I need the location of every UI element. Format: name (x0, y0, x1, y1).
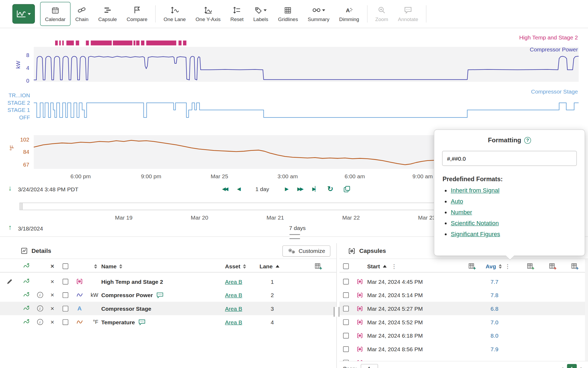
page-input[interactable] (361, 364, 378, 368)
toolbar-item-compare[interactable]: Compare (122, 2, 152, 26)
toolbar-item-zoom[interactable]: Zoom (370, 2, 393, 26)
customize-button[interactable]: Customize (283, 245, 330, 256)
vertical-splitter-grip[interactable] (334, 307, 339, 317)
capsule-row[interactable]: Mar 24, 2024 8:56 PM 7.9 (339, 342, 588, 356)
asset-link[interactable]: Area B (225, 319, 242, 325)
refresh-button[interactable]: ↻ (327, 185, 333, 193)
worksheet-view-menu-button[interactable] (12, 4, 35, 23)
item-name[interactable]: Compressor Power (101, 292, 153, 298)
remove-stat-column-red-icon[interactable] (549, 262, 557, 270)
rewind-button[interactable]: ◀◀ (222, 186, 227, 192)
details-row-temperature[interactable]: i × °F Temperature Area B 4 (0, 315, 336, 329)
column-header-start[interactable]: Start (367, 263, 380, 269)
format-option-link[interactable]: Auto (451, 198, 463, 205)
info-icon[interactable]: i (37, 305, 43, 312)
fast-forward-button[interactable]: ▶▶ (297, 186, 303, 192)
capsule-checkbox[interactable] (343, 279, 349, 284)
info-icon[interactable]: i (37, 292, 43, 298)
column-header-avg[interactable]: Avg (486, 263, 496, 269)
capsule-checkbox[interactable] (343, 319, 349, 325)
power-lane-background[interactable] (34, 47, 579, 82)
sort-icon[interactable] (119, 264, 122, 269)
select-all-capsules-checkbox[interactable] (343, 264, 349, 269)
horizontal-splitter-grip[interactable] (289, 234, 300, 239)
comment-icon[interactable] (156, 292, 164, 298)
step-forward-button[interactable]: ▶ (285, 186, 288, 192)
comment-icon[interactable] (138, 319, 145, 325)
capsule-row[interactable]: Mar 24, 2024 4:45 PM 7.7 (339, 275, 588, 288)
toolbar-item-gridlines[interactable]: Gridlines (273, 2, 303, 26)
toolbar-item-reset[interactable]: Reset (226, 2, 248, 26)
help-icon[interactable]: ? (524, 137, 531, 144)
toolbar-item-dimming[interactable]: A Dimming (334, 2, 364, 26)
signal-icon[interactable] (19, 288, 34, 302)
capsule-checkbox[interactable] (343, 306, 349, 311)
duration-label[interactable]: 1 day (255, 186, 269, 192)
toolbar-item-one-y-axis[interactable]: One Y-Axis (191, 2, 226, 26)
toolbar-item-calendar[interactable]: Calendar (40, 2, 71, 26)
format-string-input[interactable] (442, 151, 577, 166)
column-header-name[interactable]: Name (101, 263, 117, 269)
details-row-compressor-power[interactable]: i × kW Compressor Power Area B 2 (0, 288, 336, 302)
signal-icon[interactable] (19, 275, 34, 288)
overview-left-handle[interactable] (20, 203, 23, 210)
asset-link[interactable]: Area B (225, 292, 242, 298)
next-page-chevron-icon[interactable]: ▶ (581, 366, 584, 368)
capsule-checkbox[interactable] (343, 292, 349, 298)
toolbar-item-capsule[interactable]: Capsule (93, 2, 122, 26)
sort-icon[interactable] (243, 264, 246, 269)
details-row-compressor-stage[interactable]: i × A Compressor Stage Area B 3 (0, 302, 336, 315)
toolbar-item-annotate[interactable]: Annotate (393, 2, 423, 26)
toolbar-item-chain[interactable]: Chain (70, 2, 93, 26)
sort-ascending-icon[interactable] (276, 265, 279, 268)
sort-icon[interactable] (94, 264, 97, 269)
investigate-range-arrow-icon[interactable]: ↑ (8, 224, 12, 231)
signal-icon[interactable] (19, 315, 34, 329)
capsules-scrollbar[interactable] (585, 259, 588, 368)
format-option-link[interactable]: Significant Figures (451, 231, 500, 237)
add-property-column-blue-icon[interactable] (571, 262, 579, 270)
row-checkbox[interactable] (62, 319, 68, 325)
copy-trend-button[interactable] (343, 185, 350, 193)
row-checkbox[interactable] (62, 292, 68, 298)
column-menu-icon[interactable]: ⋮ (503, 263, 512, 269)
skip-to-end-button[interactable]: ▶▏ (312, 186, 318, 192)
info-icon[interactable]: i (37, 319, 43, 325)
pencil-icon[interactable] (6, 278, 13, 285)
toolbar-item-one-lane[interactable]: One Lane (159, 2, 191, 26)
capsule-row[interactable]: Mar 24, 2024 5:14 PM 7.8 (339, 288, 588, 302)
item-name[interactable]: High Temp and Stage 2 (101, 278, 163, 285)
column-header-asset[interactable]: Asset (225, 263, 240, 269)
sort-icon[interactable] (499, 264, 502, 269)
format-option-link[interactable]: Scientific Notation (451, 220, 499, 226)
column-menu-icon[interactable]: ⋮ (390, 263, 398, 269)
remove-item-button[interactable]: × (50, 305, 54, 312)
asset-link[interactable]: Area B (225, 278, 242, 285)
add-stat-column-green-icon[interactable] (527, 262, 534, 270)
asset-link[interactable]: Area B (225, 305, 242, 312)
display-range-start[interactable]: 3/24/2024 3:48 PM PDT (18, 186, 79, 192)
column-header-lane[interactable]: Lane (259, 263, 272, 269)
details-row-high-temp-and-stage-2[interactable]: × High Temp and Stage 2 Area B 1 (0, 275, 336, 288)
remove-all-button[interactable]: × (50, 263, 54, 269)
sort-ascending-icon[interactable] (383, 265, 387, 268)
remove-item-button[interactable]: × (50, 278, 54, 285)
capsule-row[interactable]: Mar 24, 2024 6:18 PM 8.0 (339, 329, 588, 342)
step-back-button[interactable]: ◀ (237, 186, 240, 192)
investigate-range-duration[interactable]: 7 days (280, 225, 314, 231)
toolbar-item-summary[interactable]: Summary (303, 2, 334, 26)
current-page-button[interactable]: 1 (567, 364, 577, 368)
toolbar-item-labels[interactable]: Labels (248, 2, 273, 26)
remove-item-button[interactable]: × (50, 319, 54, 325)
select-all-checkbox[interactable] (62, 264, 68, 269)
signal-icon[interactable] (19, 302, 34, 315)
previous-page-chevron-icon[interactable]: ◀ (560, 366, 563, 368)
item-name[interactable]: Compressor Stage (101, 305, 151, 312)
row-checkbox[interactable] (62, 306, 68, 311)
vertical-splitter[interactable] (336, 243, 337, 368)
remove-item-button[interactable]: × (50, 292, 54, 298)
add-column-table-icon[interactable] (468, 262, 476, 270)
range-start-arrow-icon[interactable]: ↓ (8, 185, 12, 192)
row-checkbox[interactable] (62, 279, 68, 284)
item-name[interactable]: Temperature (101, 319, 135, 325)
